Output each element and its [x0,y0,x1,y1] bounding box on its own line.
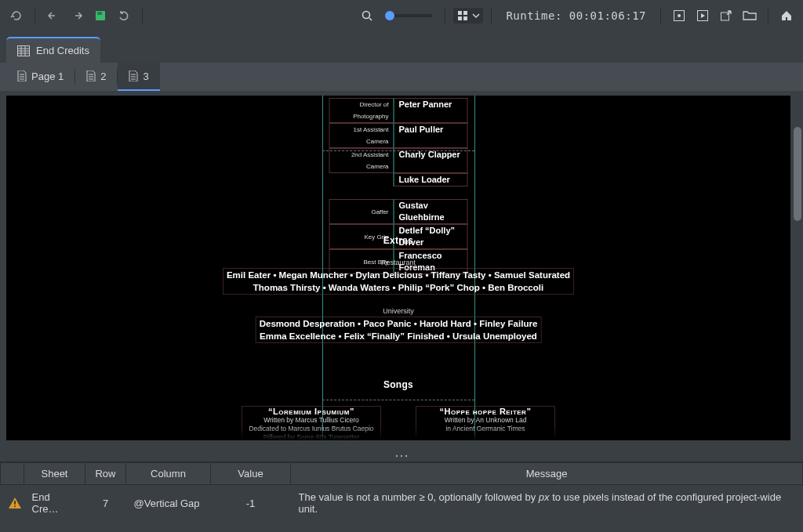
home-button[interactable] [776,5,797,26]
export-icon [720,9,732,22]
svg-rect-6 [458,16,462,20]
undo-icon [47,9,60,22]
svg-rect-31 [14,506,16,508]
export-button[interactable] [716,5,736,26]
page-tab-1[interactable]: Page 1 [6,63,74,91]
folder-icon [743,9,757,22]
svg-point-28 [401,454,402,456]
svg-rect-1 [97,12,102,15]
refresh-icon [10,9,23,22]
save-button[interactable] [90,5,111,26]
play-button[interactable] [692,5,713,26]
message-row[interactable]: End Cre… 7 @Vertical Gap -1 The value is… [1,485,803,522]
zoom-slider[interactable] [385,14,432,17]
page-icon [17,71,27,81]
play-box-icon [673,9,685,22]
svg-rect-5 [463,11,467,15]
home-icon [780,9,793,22]
save-icon [95,10,106,21]
page-tab-3[interactable]: 3 [118,63,159,91]
runtime-display: Runtime: 00:01:06:17 [506,9,646,22]
redo-button[interactable] [67,5,87,26]
messages-panel: Sheet Row Column Value Message End Cre… … [0,461,803,521]
message-text: The value is not a number ≥ 0, optionall… [291,485,803,522]
svg-rect-7 [463,16,467,20]
play-icon [696,9,709,22]
section-title-extras: Extras [383,235,414,246]
svg-point-27 [396,454,398,456]
credits-canvas[interactable]: Director of PhotographyPeter Panner 1st … [6,96,790,440]
cast-list: Emil Eater • Megan Muncher • Dylan Delic… [223,268,574,295]
preview-area: Director of PhotographyPeter Panner 1st … [0,91,803,450]
svg-point-2 [363,12,370,19]
messages-header-row: Sheet Row Column Value Message [1,463,803,485]
crew-block: Director of PhotographyPeter Panner 1st … [329,98,468,274]
grid-icon [456,9,469,22]
section-sub-university: University [383,307,414,315]
open-folder-button[interactable] [739,5,760,26]
drag-dots-icon [394,454,409,458]
warning-icon [9,498,16,508]
panel-resize-handle[interactable] [0,450,803,461]
page-tab-2[interactable]: 2 [75,63,117,91]
section-title-songs: Songs [383,379,413,390]
chevron-down-icon [472,12,480,20]
revert-icon [118,9,130,22]
search-icon [361,9,373,22]
page-icon [86,71,96,81]
play-start-button[interactable] [669,5,689,26]
search-button[interactable] [357,5,377,26]
tab-label: End Credits [36,45,89,56]
svg-point-9 [678,14,681,17]
tab-end-credits[interactable]: End Credits [6,37,100,63]
svg-rect-4 [458,11,462,15]
refresh-button[interactable] [6,5,27,26]
main-toolbar: Runtime: 00:01:06:17 [0,0,803,31]
undo-button[interactable] [43,5,64,26]
redo-icon [71,9,83,22]
preview-scrollbar[interactable] [792,96,803,440]
document-tabs: End Credits [0,31,803,63]
revert-button[interactable] [114,5,134,26]
view-mode-dropdown[interactable] [453,8,483,24]
section-sub-restaurant: Restaurant [381,259,416,266]
svg-point-29 [405,454,407,456]
spreadsheet-icon [17,45,30,56]
cast-list: Desmond Desperation • Paco Panic • Harol… [256,317,542,343]
page-icon [129,71,138,81]
page-tabs: Page 1 2 3 [0,63,803,91]
row-divider [322,400,474,400]
svg-rect-30 [14,501,16,505]
svg-line-3 [369,18,372,20]
